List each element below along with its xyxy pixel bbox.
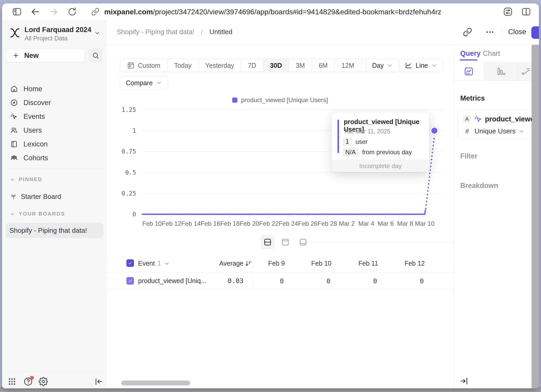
svg-text:Mar 8: Mar 8 [397, 220, 413, 227]
range-yesterday-button[interactable]: Yesterday [198, 59, 241, 72]
page-settings-icon[interactable] [503, 7, 513, 17]
compass-icon [10, 99, 18, 106]
chevron-down-icon [156, 80, 162, 86]
event-column-header[interactable]: Event 1 [138, 260, 170, 267]
svg-text:Mar 10: Mar 10 [415, 220, 434, 227]
sidebar-item-users[interactable]: Users [6, 124, 103, 137]
close-button[interactable]: Close [508, 28, 526, 36]
chart-tooltip: product_viewed [Unique Users] Tue Mar 11… [331, 112, 429, 172]
aggregation-symbol: # [465, 127, 469, 135]
range-30d-button[interactable]: 30D [263, 59, 289, 72]
sidebar-item-discover[interactable]: Discover [6, 96, 103, 109]
more-options-icon[interactable] [485, 27, 495, 37]
home-icon [10, 85, 18, 93]
table-row[interactable]: product_viewed [Uniq... 0.03 0000 [107, 272, 453, 289]
sidebar-toggle-icon[interactable] [12, 7, 22, 17]
chart-legend[interactable]: product_viewed [Unique Users] [107, 96, 453, 104]
cell-value: 0 [292, 277, 338, 285]
expand-panel-icon[interactable] [459, 376, 469, 386]
tooltip-date: Tue Mar 11, 2025 [344, 128, 390, 135]
range-today-button[interactable]: Today [167, 59, 198, 72]
tab-query[interactable]: Query [460, 50, 481, 58]
chevron-down-icon [164, 260, 170, 267]
search-button[interactable] [89, 49, 103, 62]
range-custom-button[interactable]: Custom [120, 59, 167, 72]
legend-swatch [232, 97, 237, 103]
notification-dot [30, 376, 34, 380]
tab-chart[interactable]: Chart [483, 50, 500, 58]
apps-grid-icon[interactable] [7, 377, 17, 386]
horizontal-scrollbar-thumb[interactable] [121, 381, 190, 385]
sidebar-item-board-shopify[interactable]: Shopify - Piping that data! [6, 223, 103, 238]
layout-toggle-group [260, 235, 311, 250]
svg-text:Mar 2: Mar 2 [339, 220, 355, 227]
save-accent-button[interactable] [531, 26, 539, 39]
breadcrumb-board[interactable]: Shopify - Piping that data! [117, 28, 194, 36]
select-all-checkbox[interactable] [126, 259, 134, 267]
date-range-control: CustomTodayYesterday7D30D3M6M12MXTD [120, 59, 397, 72]
url-bar[interactable]: mixpanel.com/project/3472420/view/397469… [104, 8, 441, 16]
breadcrumb: Shopify - Piping that data! / Untitled [117, 28, 232, 36]
forward-icon[interactable] [49, 7, 59, 17]
range-12m-button[interactable]: 12M [334, 59, 361, 72]
svg-text:1: 1 [132, 127, 136, 134]
breadcrumb-page[interactable]: Untitled [209, 28, 232, 36]
breakdown-header[interactable]: Breakdown [460, 182, 498, 190]
chart-type-insights-button[interactable] [454, 62, 484, 81]
pinned-section-header[interactable]: PINNED [9, 176, 42, 182]
row-checkbox[interactable] [126, 277, 134, 285]
date-column-header[interactable]: Feb 11 [338, 260, 385, 267]
granularity-dropdown[interactable]: Day [366, 59, 399, 72]
your-boards-section-header[interactable]: YOUR BOARDS [9, 211, 65, 217]
collapse-sidebar-icon[interactable] [94, 377, 103, 386]
help-icon[interactable] [23, 377, 33, 386]
workspace-chevron-icon[interactable] [94, 29, 101, 36]
table-header-row: Event 1 Average Feb 9Feb 10Feb 11Feb 12 [107, 254, 453, 272]
aggregation-dropdown[interactable]: Unique Users [475, 127, 525, 135]
layout-table-only-button[interactable] [296, 235, 310, 249]
settings-gear-icon[interactable] [39, 377, 48, 386]
svg-text:0.75: 0.75 [122, 148, 136, 155]
range-3m-button[interactable]: 3M [289, 59, 312, 72]
layout-chart-only-button[interactable] [278, 235, 292, 249]
date-column-header[interactable]: Feb 9 [245, 260, 292, 267]
metric-event-name[interactable]: product_viewed [485, 115, 539, 123]
metric-card[interactable]: A product_viewed # Unique Users [458, 110, 535, 139]
sidebar-divider [6, 169, 103, 169]
range-6m-button[interactable]: 6M [312, 59, 335, 72]
sidebar-item-events[interactable]: Events [6, 110, 103, 123]
date-column-header[interactable]: Feb 10 [292, 260, 338, 267]
copy-link-icon[interactable] [463, 27, 472, 37]
sidebar-item-home[interactable]: Home [6, 82, 103, 96]
sidebar-item-cohorts[interactable]: Cohorts [6, 151, 103, 165]
report-canvas: CustomTodayYesterday7D30D3M6M12MXTD Day … [107, 45, 453, 388]
compare-dropdown[interactable]: Compare [120, 76, 168, 90]
range-7d-button[interactable]: 7D [241, 59, 263, 72]
sidebar-item-lexicon[interactable]: Lexicon [6, 137, 103, 151]
split-view-icon[interactable] [521, 7, 531, 17]
chevron-down-icon [9, 177, 15, 182]
workspace-name[interactable]: Lord Farquaad 2024 [24, 26, 91, 34]
window-edge-strip [532, 45, 539, 388]
svg-text:Feb 20: Feb 20 [240, 220, 259, 227]
plus-icon [12, 52, 20, 59]
chart-type-funnels-button[interactable] [484, 62, 518, 81]
chart-style-dropdown[interactable]: Line [399, 59, 443, 72]
chevron-down-icon [518, 128, 525, 134]
svg-text:Feb 22: Feb 22 [259, 220, 279, 227]
svg-text:Mar 4: Mar 4 [358, 220, 374, 227]
svg-text:Feb 26: Feb 26 [298, 220, 318, 227]
reload-icon[interactable] [67, 7, 77, 17]
date-column-header[interactable]: Feb 12 [385, 260, 432, 267]
average-column-header[interactable]: Average [195, 260, 243, 267]
metrics-header: Metrics [460, 94, 485, 102]
svg-text:Mar 6: Mar 6 [378, 220, 394, 227]
sidebar-item-starter-board[interactable]: Starter Board [6, 190, 103, 203]
filter-header[interactable]: Filter [460, 152, 477, 160]
svg-text:Feb 16: Feb 16 [201, 220, 220, 227]
new-button[interactable]: New [6, 49, 85, 62]
layout-split-button[interactable] [261, 235, 275, 249]
back-icon[interactable] [30, 7, 40, 17]
svg-text:Feb 18: Feb 18 [220, 220, 240, 227]
url-domain: mixpanel.com [104, 8, 153, 16]
